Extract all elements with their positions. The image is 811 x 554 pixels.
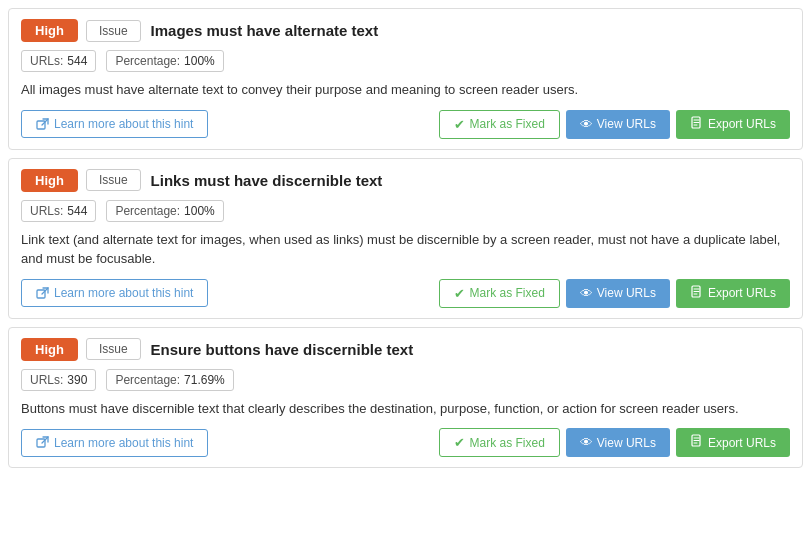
percentage-value-1: 100% (184, 54, 215, 68)
export-doc-svg-3 (690, 434, 704, 448)
view-urls-button-3[interactable]: 👁 View URLs (566, 428, 670, 457)
urls-meta-3: URLs:390 (21, 369, 96, 391)
mark-fixed-label-2: Mark as Fixed (469, 286, 544, 300)
export-urls-label-2: Export URLs (708, 286, 776, 300)
export-doc-svg-2 (690, 285, 704, 299)
external-link-svg-2 (36, 287, 49, 300)
type-badge-3: Issue (86, 338, 141, 360)
urls-meta-1: URLs:544 (21, 50, 96, 72)
mark-fixed-label-1: Mark as Fixed (469, 117, 544, 131)
urls-value-2: 544 (67, 204, 87, 218)
mark-fixed-label-3: Mark as Fixed (469, 436, 544, 450)
view-urls-label-2: View URLs (597, 286, 656, 300)
action-buttons-3: ✔ Mark as Fixed 👁 View URLs (439, 428, 790, 457)
export-doc-svg-1 (690, 116, 704, 130)
export-urls-button-3[interactable]: Export URLs (676, 428, 790, 457)
percentage-value-2: 100% (184, 204, 215, 218)
type-badge-1: Issue (86, 20, 141, 42)
urls-label-3: URLs: (30, 373, 63, 387)
percentage-label-3: Percentage: (115, 373, 180, 387)
issue-description-1: All images must have alternate text to c… (21, 80, 790, 100)
issue-title-3: Ensure buttons have discernible text (151, 341, 414, 358)
urls-meta-2: URLs:544 (21, 200, 96, 222)
type-badge-2: Issue (86, 169, 141, 191)
percentage-meta-3: Percentage:71.69% (106, 369, 233, 391)
export-urls-label-1: Export URLs (708, 117, 776, 131)
issue-description-2: Link text (and alternate text for images… (21, 230, 790, 269)
severity-badge-2: High (21, 169, 78, 192)
view-urls-button-1[interactable]: 👁 View URLs (566, 110, 670, 139)
issue-header-2: High Issue Links must have discernible t… (21, 169, 790, 192)
action-buttons-2: ✔ Mark as Fixed 👁 View URLs (439, 279, 790, 308)
mark-fixed-button-3[interactable]: ✔ Mark as Fixed (439, 428, 559, 457)
external-link-svg-1 (36, 118, 49, 131)
severity-badge-3: High (21, 338, 78, 361)
urls-value-3: 390 (67, 373, 87, 387)
check-icon-1: ✔ (454, 117, 465, 132)
view-urls-label-1: View URLs (597, 117, 656, 131)
severity-badge-1: High (21, 19, 78, 42)
external-link-icon-3 (36, 436, 49, 449)
learn-more-label-2: Learn more about this hint (54, 286, 193, 300)
percentage-value-3: 71.69% (184, 373, 225, 387)
issue-description-3: Buttons must have discernible text that … (21, 399, 790, 419)
issue-title-2: Links must have discernible text (151, 172, 383, 189)
svg-rect-0 (37, 121, 45, 129)
external-link-icon-2 (36, 287, 49, 300)
view-urls-button-2[interactable]: 👁 View URLs (566, 279, 670, 308)
view-urls-label-3: View URLs (597, 436, 656, 450)
eye-icon-1: 👁 (580, 117, 593, 132)
export-urls-button-2[interactable]: Export URLs (676, 279, 790, 308)
export-urls-label-3: Export URLs (708, 436, 776, 450)
issue-meta-3: URLs:390 Percentage:71.69% (21, 369, 790, 391)
percentage-meta-2: Percentage:100% (106, 200, 223, 222)
issue-card-3: High Issue Ensure buttons have discernib… (8, 327, 803, 469)
urls-value-1: 544 (67, 54, 87, 68)
issue-meta-1: URLs:544 Percentage:100% (21, 50, 790, 72)
learn-more-label-3: Learn more about this hint (54, 436, 193, 450)
issue-header-1: High Issue Images must have alternate te… (21, 19, 790, 42)
urls-label-1: URLs: (30, 54, 63, 68)
doc-icon-3 (690, 434, 704, 451)
check-icon-2: ✔ (454, 286, 465, 301)
action-buttons-1: ✔ Mark as Fixed 👁 View URLs (439, 110, 790, 139)
learn-more-button-1[interactable]: Learn more about this hint (21, 110, 208, 138)
doc-icon-2 (690, 285, 704, 302)
issue-card-2: High Issue Links must have discernible t… (8, 158, 803, 319)
percentage-label-1: Percentage: (115, 54, 180, 68)
percentage-label-2: Percentage: (115, 204, 180, 218)
external-link-svg-3 (36, 436, 49, 449)
eye-icon-2: 👁 (580, 286, 593, 301)
issue-header-3: High Issue Ensure buttons have discernib… (21, 338, 790, 361)
issue-actions-1: Learn more about this hint ✔ Mark as Fix… (21, 110, 790, 139)
issue-title-1: Images must have alternate text (151, 22, 379, 39)
issue-actions-3: Learn more about this hint ✔ Mark as Fix… (21, 428, 790, 457)
svg-rect-4 (37, 439, 45, 447)
learn-more-button-3[interactable]: Learn more about this hint (21, 429, 208, 457)
issue-meta-2: URLs:544 Percentage:100% (21, 200, 790, 222)
check-icon-3: ✔ (454, 435, 465, 450)
svg-rect-2 (37, 290, 45, 298)
mark-fixed-button-1[interactable]: ✔ Mark as Fixed (439, 110, 559, 139)
urls-label-2: URLs: (30, 204, 63, 218)
export-urls-button-1[interactable]: Export URLs (676, 110, 790, 139)
learn-more-label-1: Learn more about this hint (54, 117, 193, 131)
issue-actions-2: Learn more about this hint ✔ Mark as Fix… (21, 279, 790, 308)
external-link-icon-1 (36, 118, 49, 131)
mark-fixed-button-2[interactable]: ✔ Mark as Fixed (439, 279, 559, 308)
eye-icon-3: 👁 (580, 435, 593, 450)
learn-more-button-2[interactable]: Learn more about this hint (21, 279, 208, 307)
percentage-meta-1: Percentage:100% (106, 50, 223, 72)
doc-icon-1 (690, 116, 704, 133)
issue-card-1: High Issue Images must have alternate te… (8, 8, 803, 150)
